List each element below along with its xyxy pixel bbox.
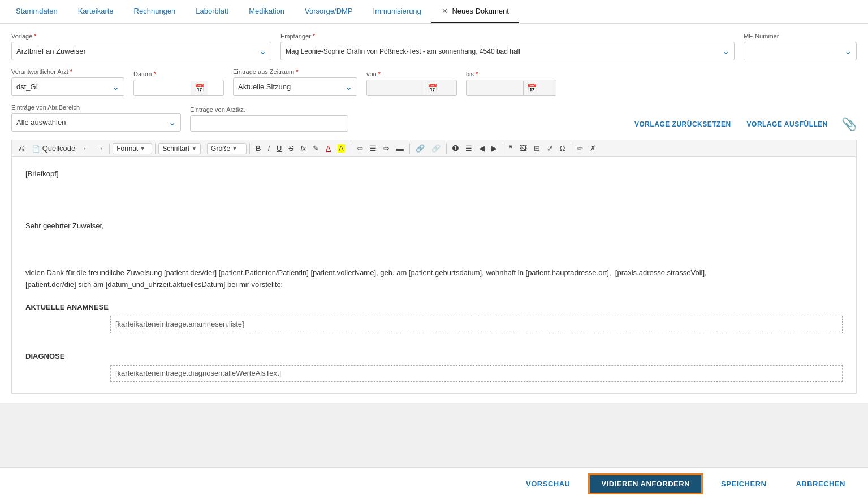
von-group: von 24.01.2025 📅	[366, 71, 457, 96]
clear-button[interactable]: ✗	[587, 142, 599, 154]
font-color-button[interactable]: A	[323, 142, 334, 154]
arztkz-label: Einträge von Arztkz.	[190, 106, 348, 113]
tab-immunisierung[interactable]: Immunisierung	[363, 0, 431, 23]
indent-less-button[interactable]: ◀	[476, 142, 487, 154]
font-bg-button[interactable]: A	[335, 142, 348, 154]
eintraege-label: Einträge aus Zeitraum	[233, 68, 357, 75]
align-justify-button[interactable]: ▬	[394, 142, 407, 154]
italic-button[interactable]: I	[265, 142, 273, 154]
arzt-group: Verantwortlicher Arzt dst_GL ⌄	[11, 68, 124, 96]
anamnese-title: AKTUELLE ANAMNESE	[25, 302, 843, 314]
highlight-button[interactable]: ✎	[310, 142, 322, 154]
datum-input-wrap: 24.01.2025 📅	[133, 80, 224, 96]
empfaenger-group: Empfänger Mag Leonie-Sophie Gräfin von P…	[280, 33, 735, 60]
arztkz-input[interactable]	[190, 115, 348, 132]
table-button[interactable]: ⊞	[531, 142, 543, 154]
vorlage-select[interactable]: Arztbrief an Zuweiser ⌄	[11, 42, 271, 60]
datum-calendar-icon[interactable]: 📅	[191, 81, 208, 95]
top-navigation: Stammdaten Karteikarte Rechnungen Laborb…	[0, 0, 868, 24]
tab-close-icon[interactable]: ✕	[442, 7, 448, 15]
ol-button[interactable]: ➊	[450, 142, 461, 154]
sep1	[109, 144, 110, 154]
vorlage-group: Vorlage Arztbrief an Zuweiser ⌄	[11, 33, 271, 60]
schriftart-dropdown[interactable]: Schriftart ▼	[158, 143, 201, 154]
special-chars-button[interactable]: Ω	[557, 142, 568, 154]
datum-input[interactable]: 24.01.2025	[134, 80, 191, 95]
eintraege-select[interactable]: Aktuelle Sitzung ⌄	[233, 77, 357, 96]
row3-right-buttons: VORLAGE ZURÜCKSETZEN VORLAGE AUSFÜLLEN 📎	[632, 117, 857, 132]
align-center-button[interactable]: ☰	[367, 142, 379, 154]
datum-group: Datum 24.01.2025 📅	[133, 71, 224, 96]
arztkz-group: Einträge von Arztkz.	[190, 106, 348, 132]
align-right-button[interactable]: ⇨	[381, 142, 392, 154]
datum-label: Datum	[133, 71, 224, 77]
eraser-button[interactable]: ✏	[574, 142, 586, 154]
source-icon: 📄	[32, 145, 40, 152]
abrbereich-chevron-icon: ⌄	[169, 117, 176, 128]
bis-input-wrap: 24.01.2025 📅	[466, 80, 556, 96]
von-input: 24.01.2025	[367, 80, 424, 95]
form-row-1: Vorlage Arztbrief an Zuweiser ⌄ Empfänge…	[11, 33, 857, 60]
schriftart-dropdown-arrow: ▼	[191, 145, 197, 151]
tab-laborblatt[interactable]: Laborblatt	[185, 0, 239, 23]
abrbereich-label: Einträge von Abr.Bereich	[11, 104, 181, 111]
attachment-icon[interactable]: 📎	[841, 117, 857, 132]
empfaenger-chevron-icon: ⌄	[722, 46, 729, 56]
redo-button[interactable]: →	[93, 142, 106, 154]
arzt-select[interactable]: dst_GL ⌄	[11, 77, 124, 96]
groesse-dropdown-arrow: ▼	[232, 145, 237, 151]
bis-group: bis 24.01.2025 📅	[466, 71, 556, 96]
bis-label: bis	[466, 71, 556, 77]
tab-medikation[interactable]: Medikation	[239, 0, 295, 23]
abrbereich-group: Einträge von Abr.Bereich Alle auswählen …	[11, 104, 181, 132]
eintraege-zeitraum-group: Einträge aus Zeitraum Aktuelle Sitzung ⌄	[233, 68, 357, 96]
empfaenger-select[interactable]: Mag Leonie-Sophie Gräfin von Pößneck-Tes…	[280, 42, 735, 60]
bold-button[interactable]: B	[253, 142, 264, 154]
blockquote-button[interactable]: ❞	[506, 142, 516, 154]
form-row-2: Verantwortlicher Arzt dst_GL ⌄ Datum 24.…	[11, 68, 857, 96]
sep6	[409, 144, 410, 154]
fullscreen-button[interactable]: ⤢	[544, 142, 556, 154]
groesse-dropdown[interactable]: Größe ▼	[207, 143, 247, 154]
indent-more-button[interactable]: ▶	[489, 142, 500, 154]
ul-button[interactable]: ☰	[463, 142, 475, 154]
vorlage-label: Vorlage	[11, 33, 271, 40]
editor-toolbar: 🖨 📄 Quellcode ← → Format ▼ Schriftart ▼ …	[11, 140, 857, 156]
me-nummer-group: ME-Nummer ⌄	[744, 33, 857, 60]
vorlage-ausfuellen-button[interactable]: VORLAGE AUSFÜLLEN	[745, 117, 830, 132]
tab-stammdaten[interactable]: Stammdaten	[6, 0, 68, 23]
abrbereich-select[interactable]: Alle auswählen ⌄	[11, 113, 181, 132]
bis-input: 24.01.2025	[467, 80, 523, 95]
strikethrough-button[interactable]: S	[286, 142, 297, 154]
link-button[interactable]: 🔗	[413, 142, 427, 154]
image-button[interactable]: 🖼	[517, 142, 530, 154]
unlink-button[interactable]: 🔗	[429, 142, 443, 154]
underline-button[interactable]: U	[274, 142, 284, 154]
body-text: vielen Dank für die freundliche Zuweisun…	[25, 267, 843, 291]
tab-karteikarte[interactable]: Karteikarte	[68, 0, 124, 23]
von-input-wrap: 24.01.2025 📅	[366, 80, 457, 96]
arzt-chevron-icon: ⌄	[112, 81, 119, 92]
vorlage-zuruecksetzen-button[interactable]: VORLAGE ZURÜCKSETZEN	[632, 117, 733, 132]
align-left-button[interactable]: ⇦	[354, 142, 366, 154]
von-label: von	[366, 71, 457, 77]
bis-calendar-icon: 📅	[523, 81, 540, 95]
format-dropdown[interactable]: Format ▼	[113, 143, 152, 154]
me-chevron-icon: ⌄	[844, 46, 852, 56]
greeting-text: Sehr geehrter Zuweiser,	[25, 220, 843, 232]
format-dropdown-arrow: ▼	[140, 145, 145, 151]
tab-rechnungen[interactable]: Rechnungen	[124, 0, 186, 23]
me-nummer-select[interactable]: ⌄	[744, 42, 857, 60]
undo-button[interactable]: ←	[79, 142, 92, 154]
me-nummer-label: ME-Nummer	[744, 33, 857, 40]
tab-vorsorge[interactable]: Vorsorge/DMP	[295, 0, 363, 23]
vorlage-chevron-icon: ⌄	[259, 46, 266, 56]
italic2-button[interactable]: Ix	[297, 142, 309, 154]
briefkopf-text: [Briefkopf]	[25, 168, 843, 180]
print-button[interactable]: 🖨	[15, 142, 28, 154]
editor-content-area[interactable]: [Briefkopf] Sehr geehrter Zuweiser, viel…	[11, 156, 857, 394]
tab-neues-dokument[interactable]: ✕ Neues Dokument	[431, 0, 519, 23]
main-content: Vorlage Arztbrief an Zuweiser ⌄ Empfänge…	[0, 24, 868, 403]
sep3	[204, 144, 204, 154]
source-button[interactable]: 📄 Quellcode	[29, 142, 78, 154]
